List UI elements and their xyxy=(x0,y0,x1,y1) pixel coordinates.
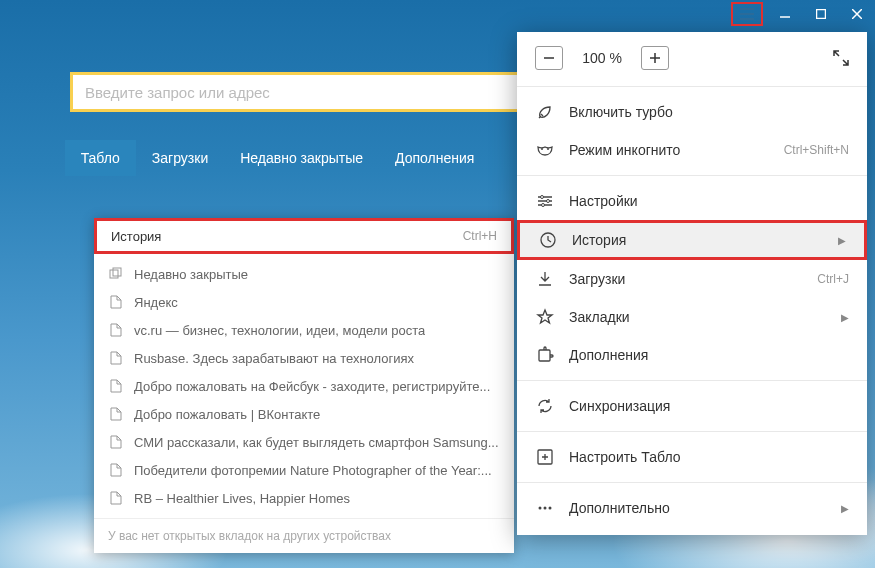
history-item-text: Яндекс xyxy=(134,295,178,310)
svg-point-7 xyxy=(542,204,545,207)
clock-icon xyxy=(538,230,558,250)
sliders-icon xyxy=(535,191,555,211)
tab-3[interactable]: Дополнения xyxy=(379,140,490,176)
menu-item-rocket[interactable]: Включить турбо xyxy=(517,93,867,131)
history-popup: История Ctrl+H Недавно закрытыеЯндексvc.… xyxy=(94,218,514,553)
menu-separator xyxy=(517,482,867,483)
history-item[interactable]: Победители фотопремии Nature Photographe… xyxy=(94,456,514,484)
mask-icon xyxy=(535,140,555,160)
start-page-tabs: ТаблоЗагрузкиНедавно закрытыеДополнения xyxy=(0,140,555,176)
chevron-right-icon: ▶ xyxy=(841,503,849,514)
svg-point-13 xyxy=(549,507,552,510)
history-item-text: Rusbase. Здесь зарабатывают на технологи… xyxy=(134,351,414,366)
history-popup-title: История xyxy=(111,229,161,244)
tab-1[interactable]: Загрузки xyxy=(136,140,224,176)
history-item-text: Победители фотопремии Nature Photographe… xyxy=(134,463,492,478)
menu-separator xyxy=(517,431,867,432)
menu-item-label: Режим инкогнито xyxy=(569,142,770,158)
svg-point-4 xyxy=(547,148,549,150)
address-input[interactable] xyxy=(85,75,540,109)
history-item[interactable]: Добро пожаловать на Фейсбук - заходите, … xyxy=(94,372,514,400)
history-popup-header[interactable]: История Ctrl+H xyxy=(94,218,514,254)
puzzle-icon xyxy=(535,345,555,365)
menu-separator xyxy=(517,175,867,176)
menu-item-label: Дополнительно xyxy=(569,500,827,516)
menu-item-label: Загрузки xyxy=(569,271,803,287)
page-icon xyxy=(108,490,124,506)
tab-0[interactable]: Табло xyxy=(65,140,136,176)
svg-point-12 xyxy=(544,507,547,510)
history-item-text: Недавно закрытые xyxy=(134,267,248,282)
menu-item-clock[interactable]: История▶ xyxy=(517,220,867,260)
sync-icon xyxy=(535,396,555,416)
menu-item-download[interactable]: ЗагрузкиCtrl+J xyxy=(517,260,867,298)
zoom-value: 100 % xyxy=(577,50,627,66)
history-item[interactable]: RB – Healthier Lives, Happier Homes xyxy=(94,484,514,512)
hamburger-menu-button[interactable] xyxy=(731,2,763,26)
page-icon xyxy=(108,406,124,422)
svg-rect-9 xyxy=(539,350,550,361)
svg-rect-0 xyxy=(817,10,826,19)
page-icon xyxy=(108,350,124,366)
svg-point-6 xyxy=(547,200,550,203)
menu-item-label: Включить турбо xyxy=(569,104,849,120)
menu-separator xyxy=(517,86,867,87)
minimize-button[interactable] xyxy=(767,0,803,28)
svg-point-3 xyxy=(541,148,543,150)
window-titlebar xyxy=(731,0,875,28)
tab-2[interactable]: Недавно закрытые xyxy=(224,140,379,176)
history-item-text: Добро пожаловать на Фейсбук - заходите, … xyxy=(134,379,490,394)
fullscreen-button[interactable] xyxy=(833,50,849,66)
maximize-button[interactable] xyxy=(803,0,839,28)
menu-item-add-tile[interactable]: Настроить Табло xyxy=(517,438,867,476)
history-item[interactable]: Добро пожаловать | ВКонтакте xyxy=(94,400,514,428)
menu-item-dots[interactable]: Дополнительно▶ xyxy=(517,489,867,527)
zoom-controls: 100 % xyxy=(517,32,867,80)
menu-item-sync[interactable]: Синхронизация xyxy=(517,387,867,425)
page-icon xyxy=(108,378,124,394)
menu-item-shortcut: Ctrl+Shift+N xyxy=(784,143,849,157)
address-bar[interactable] xyxy=(70,72,555,112)
history-item[interactable]: Rusbase. Здесь зарабатывают на технологи… xyxy=(94,344,514,372)
rocket-icon xyxy=(535,102,555,122)
page-icon xyxy=(108,462,124,478)
history-list: Недавно закрытыеЯндексvc.ru — бизнес, те… xyxy=(94,254,514,518)
svg-point-5 xyxy=(541,196,544,199)
page-icon xyxy=(108,434,124,450)
download-icon xyxy=(535,269,555,289)
history-item-text: vc.ru — бизнес, технологии, идеи, модели… xyxy=(134,323,425,338)
menu-item-mask[interactable]: Режим инкогнитоCtrl+Shift+N xyxy=(517,131,867,169)
menu-item-label: Настройки xyxy=(569,193,849,209)
dots-icon xyxy=(535,498,555,518)
tabs-icon xyxy=(108,266,124,282)
chevron-right-icon: ▶ xyxy=(838,235,846,246)
menu-item-label: История xyxy=(572,232,824,248)
menu-item-sliders[interactable]: Настройки xyxy=(517,182,867,220)
zoom-in-button[interactable] xyxy=(641,46,669,70)
history-item-text: СМИ рассказали, как будет выглядеть смар… xyxy=(134,435,499,450)
history-item[interactable]: СМИ рассказали, как будет выглядеть смар… xyxy=(94,428,514,456)
menu-item-label: Закладки xyxy=(569,309,827,325)
page-icon xyxy=(108,322,124,338)
history-item[interactable]: Недавно закрытые xyxy=(94,260,514,288)
history-item[interactable]: Яндекс xyxy=(94,288,514,316)
history-item-text: RB – Healthier Lives, Happier Homes xyxy=(134,491,350,506)
menu-item-star[interactable]: Закладки▶ xyxy=(517,298,867,336)
history-popup-footer: У вас нет открытых вкладок на других уст… xyxy=(94,518,514,553)
svg-rect-2 xyxy=(113,268,121,276)
menu-item-shortcut: Ctrl+J xyxy=(817,272,849,286)
svg-point-11 xyxy=(539,507,542,510)
history-popup-shortcut: Ctrl+H xyxy=(463,229,497,243)
close-button[interactable] xyxy=(839,0,875,28)
history-item-text: Добро пожаловать | ВКонтакте xyxy=(134,407,320,422)
add-tile-icon xyxy=(535,447,555,467)
menu-separator xyxy=(517,380,867,381)
history-item[interactable]: vc.ru — бизнес, технологии, идеи, модели… xyxy=(94,316,514,344)
menu-item-label: Дополнения xyxy=(569,347,849,363)
svg-rect-1 xyxy=(110,270,118,278)
zoom-out-button[interactable] xyxy=(535,46,563,70)
menu-item-puzzle[interactable]: Дополнения xyxy=(517,336,867,374)
main-menu-panel: 100 % Включить турбоРежим инкогнитоCtrl+… xyxy=(517,32,867,535)
menu-item-label: Настроить Табло xyxy=(569,449,849,465)
chevron-right-icon: ▶ xyxy=(841,312,849,323)
